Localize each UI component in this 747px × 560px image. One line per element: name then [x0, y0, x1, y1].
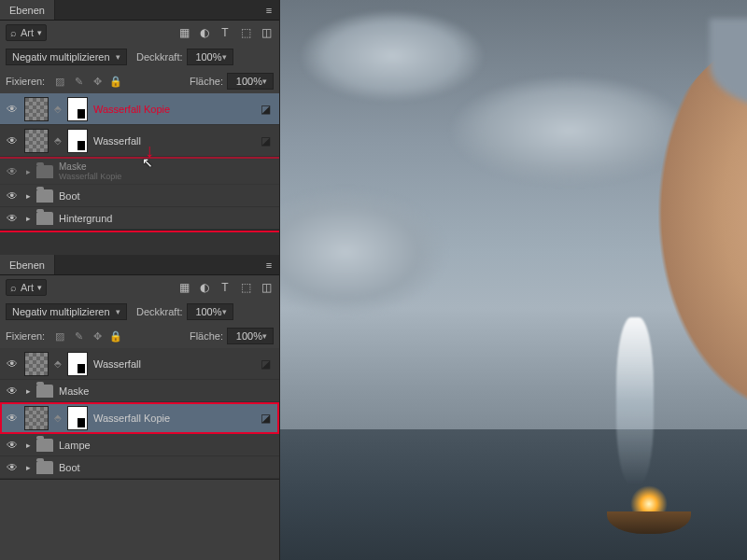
panel-tab-bar: Ebenen ≡: [0, 255, 279, 275]
layer-name[interactable]: Hintergrund: [59, 213, 274, 224]
blend-mode-select[interactable]: Negativ multiplizieren ▾: [6, 49, 127, 65]
lock-position-icon[interactable]: ✥: [90, 329, 105, 343]
lock-pixels-icon[interactable]: ✎: [71, 329, 86, 343]
layer-wasserfall-kopie[interactable]: 👁 ⬘ Wasserfall Kopie ◪: [0, 402, 279, 434]
filter-smart-icon[interactable]: ◫: [259, 25, 274, 40]
filter-smart-icon[interactable]: ◫: [259, 280, 274, 295]
smart-filter-icon[interactable]: ◪: [261, 134, 274, 147]
lock-row: Fixieren: ▨ ✎ ✥ 🔒 Fläche: 100%▾: [0, 69, 279, 93]
group-boot[interactable]: 👁 ▸ Boot: [0, 456, 279, 479]
lock-transparency-icon[interactable]: ▨: [52, 74, 67, 89]
filter-shape-icon[interactable]: ⬚: [238, 25, 253, 40]
layer-thumbnail[interactable]: [24, 129, 49, 153]
panel-tab-bar: Ebenen ≡: [0, 0, 279, 21]
disclosure-icon[interactable]: ▸: [26, 463, 31, 472]
group-boot[interactable]: 👁 ▸ Boot: [0, 185, 279, 207]
layer-name: Maske: [59, 161, 121, 172]
layer-wasserfall[interactable]: 👁 ⬘ Wasserfall ◪: [0, 348, 279, 380]
lock-all-icon[interactable]: 🔒: [108, 329, 123, 343]
visibility-toggle[interactable]: 👁: [6, 212, 19, 225]
layer-mask-thumbnail[interactable]: [67, 406, 88, 430]
layer-thumbnail[interactable]: [24, 97, 49, 121]
group-hintergrund[interactable]: 👁 ▸ Hintergrund: [0, 207, 279, 230]
disclosure-icon[interactable]: ▸: [26, 214, 31, 223]
lock-position-icon[interactable]: ✥: [90, 74, 105, 89]
layer-name[interactable]: Boot: [59, 462, 274, 473]
filter-fx-icon[interactable]: ◐: [197, 280, 212, 295]
folder-icon: [36, 439, 53, 452]
lock-pixels-icon[interactable]: ✎: [71, 74, 86, 89]
panel-menu-button[interactable]: ≡: [259, 255, 279, 274]
filter-row: ⌕ Art ▾ ▦ ◐ T ⬚ ◫: [0, 275, 279, 300]
search-icon: ⌕: [10, 282, 17, 293]
disclosure-icon: ▸: [26, 167, 31, 176]
group-maske[interactable]: 👁 ▸ Maske: [0, 380, 279, 402]
layer-name[interactable]: Wasserfall: [93, 358, 255, 370]
chevron-down-icon: ▾: [116, 307, 120, 316]
filter-type-select[interactable]: ⌕ Art ▾: [6, 24, 47, 41]
filter-type-icon[interactable]: T: [218, 280, 233, 295]
lock-transparency-icon[interactable]: ▨: [52, 329, 67, 343]
chevron-down-icon: ▾: [222, 307, 227, 316]
layer-mask-thumbnail[interactable]: [67, 97, 88, 121]
blend-mode-value: Negativ multiplizieren: [12, 306, 110, 317]
tab-layers[interactable]: Ebenen: [0, 0, 55, 20]
disclosure-icon[interactable]: ▸: [26, 441, 31, 450]
layer-name[interactable]: Boot: [59, 190, 274, 202]
layer-wasserfall[interactable]: 👁 ⬘ Wasserfall ◪: [0, 125, 279, 157]
visibility-toggle[interactable]: 👁: [6, 357, 19, 371]
filter-type-icon[interactable]: T: [218, 25, 233, 40]
smart-filter-icon[interactable]: ◪: [261, 412, 274, 425]
blend-mode-select[interactable]: Negativ multiplizieren ▾: [6, 303, 127, 320]
tab-layers[interactable]: Ebenen: [0, 255, 55, 274]
layer-mask-thumbnail[interactable]: [67, 352, 88, 376]
filter-type-select[interactable]: ⌕ Art ▾: [6, 279, 47, 296]
fill-value[interactable]: 100%▾: [227, 73, 274, 90]
layer-list-bottom: 👁 ⬘ Wasserfall ◪ 👁 ▸ Maske 👁 ⬘: [0, 348, 279, 479]
lock-all-icon[interactable]: 🔒: [108, 74, 123, 89]
visibility-toggle[interactable]: 👁: [6, 103, 19, 116]
layer-name[interactable]: Lampe: [59, 440, 274, 451]
filter-label: Art: [21, 282, 34, 293]
layer-name[interactable]: Wasserfall Kopie: [93, 104, 255, 115]
visibility-toggle[interactable]: 👁: [6, 439, 19, 452]
panel-menu-button[interactable]: ≡: [259, 0, 279, 20]
layer-name[interactable]: Wasserfall Kopie: [93, 413, 255, 424]
visibility-toggle[interactable]: 👁: [6, 461, 19, 474]
layers-panel-bottom: Ebenen ≡ ⌕ Art ▾ ▦ ◐ T ⬚ ◫ Ne: [0, 255, 279, 480]
visibility-toggle[interactable]: 👁: [6, 412, 19, 425]
visibility-toggle[interactable]: 👁: [6, 189, 19, 203]
filter-image-icon[interactable]: ▦: [176, 280, 191, 295]
smart-filter-icon[interactable]: ◪: [261, 357, 274, 371]
smart-filter-icon[interactable]: ◪: [261, 103, 274, 116]
filter-image-icon[interactable]: ▦: [176, 25, 191, 40]
layer-thumbnail[interactable]: [24, 352, 49, 376]
menu-icon: ≡: [266, 259, 272, 271]
menu-icon: ≡: [266, 5, 272, 16]
group-lampe[interactable]: 👁 ▸ Lampe: [0, 434, 279, 456]
disclosure-icon[interactable]: ▸: [26, 386, 31, 396]
disclosure-icon[interactable]: ▸: [26, 191, 31, 201]
folder-icon: [36, 385, 53, 398]
visibility-toggle[interactable]: 👁: [6, 385, 19, 398]
layer-list-top: 👁 ⬘ Wasserfall Kopie ◪ 👁 ⬘ Wasserfall ◪: [0, 93, 279, 230]
filter-icons: ▦ ◐ T ⬚ ◫: [176, 25, 274, 40]
folder-icon: [36, 165, 53, 178]
sea: [280, 429, 747, 560]
filter-fx-icon[interactable]: ◐: [197, 25, 212, 40]
layer-name[interactable]: Wasserfall: [93, 135, 255, 147]
folder-icon: [36, 212, 53, 225]
visibility-toggle[interactable]: 👁: [6, 134, 19, 147]
filter-shape-icon[interactable]: ⬚: [238, 280, 253, 295]
layer-mask-thumbnail[interactable]: [67, 129, 88, 153]
layer-thumbnail[interactable]: [24, 406, 49, 430]
opacity-value[interactable]: 100%▾: [187, 49, 233, 65]
blend-mode-value: Negativ multiplizieren: [12, 51, 110, 63]
lock-label: Fixieren:: [6, 330, 45, 342]
fill-value[interactable]: 100%▾: [227, 328, 274, 344]
layer-wasserfall-kopie[interactable]: 👁 ⬘ Wasserfall Kopie ◪: [0, 93, 279, 125]
opacity-value[interactable]: 100%▾: [187, 303, 233, 320]
layer-name[interactable]: Maske: [59, 385, 274, 397]
link-icon: ⬘: [54, 413, 62, 423]
folder-icon: [36, 189, 53, 203]
